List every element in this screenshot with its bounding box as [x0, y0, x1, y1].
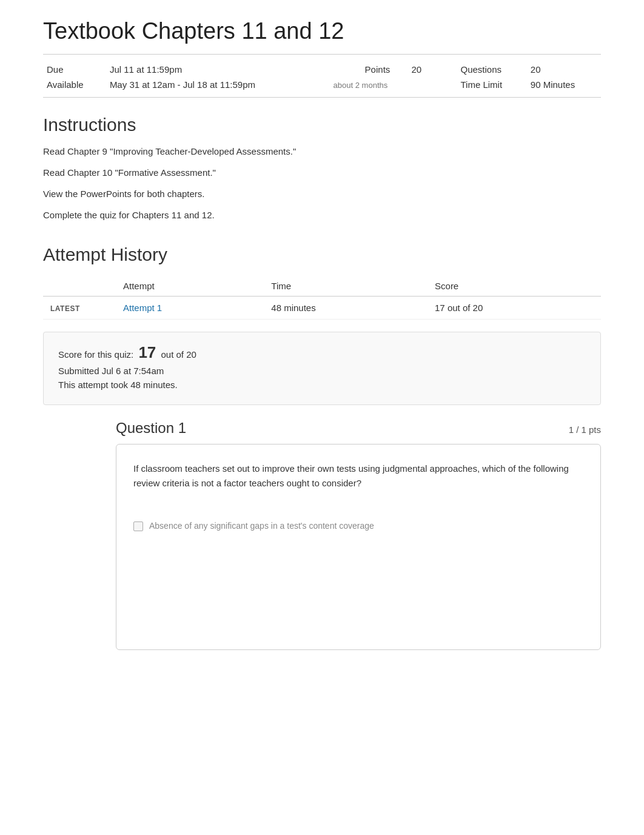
list-item: Read Chapter 10 "Formative Assessment."	[43, 167, 601, 178]
score-summary: Score for this quiz: 17 out of 20 Submit…	[43, 332, 601, 405]
col-attempt: Attempt	[116, 276, 264, 297]
attempt-table: Attempt Time Score LATEST Attempt 1 48 m…	[43, 276, 601, 320]
answer-option: Absence of any significant gaps in a tes…	[133, 515, 583, 531]
points-label: Points	[361, 62, 408, 77]
meta-divider	[43, 97, 601, 98]
list-item: View the PowerPoints for both chapters.	[43, 189, 601, 199]
score-number: 17	[138, 343, 156, 361]
meta-table: Due Jul 11 at 11:59pm Points 20 Question…	[43, 62, 601, 92]
question-text: If classroom teachers set out to improve…	[133, 461, 583, 491]
question-title: Question 1	[116, 420, 186, 437]
question-pts: 1 / 1 pts	[569, 424, 601, 435]
question-section: Question 1 1 / 1 pts If classroom teache…	[43, 420, 601, 650]
instructions-list: Read Chapter 9 "Improving Teacher-Develo…	[43, 146, 601, 220]
question-header: Question 1 1 / 1 pts	[116, 420, 601, 437]
score-line: Score for this quiz: 17 out of 20	[58, 343, 586, 362]
available-value: May 31 at 12am - Jul 18 at 11:59pm	[106, 77, 325, 92]
questions-value: 20	[527, 62, 601, 77]
points-value: 20	[408, 62, 432, 77]
col-score: Score	[428, 276, 601, 297]
answer-checkbox	[133, 521, 143, 531]
attempt-time-cell: 48 minutes	[264, 297, 428, 320]
list-item: Complete the quiz for Chapters 11 and 12…	[43, 210, 601, 220]
attempt-score-cell: 17 out of 20	[428, 297, 601, 320]
attempt-link[interactable]: Attempt 1	[123, 303, 162, 313]
available-label: Available	[43, 77, 106, 92]
table-row: LATEST Attempt 1 48 minutes 17 out of 20	[43, 297, 601, 320]
instructions-title: Instructions	[43, 115, 601, 135]
attempt-time-line: This attempt took 48 minutes.	[58, 380, 586, 390]
list-item: Read Chapter 9 "Improving Teacher-Develo…	[43, 146, 601, 156]
questions-label: Questions	[457, 62, 526, 77]
col-empty	[43, 276, 116, 297]
due-label: Due	[43, 62, 106, 77]
score-for-quiz-label: Score for this quiz:	[58, 349, 133, 360]
due-value: Jul 11 at 11:59pm	[106, 62, 325, 77]
time-limit-value: 90 Minutes	[527, 77, 601, 92]
about-months: about 2 months	[334, 81, 388, 90]
time-limit-label: Time Limit	[457, 77, 526, 92]
attempt-history-title: Attempt History	[43, 244, 601, 265]
attempt-history-section: Attempt History Attempt Time Score LATES…	[43, 244, 601, 320]
page-title: Textbook Chapters 11 and 12	[43, 18, 601, 44]
answer-text: Absence of any significant gaps in a tes…	[149, 521, 374, 531]
latest-badge: LATEST	[50, 304, 80, 313]
submitted-line: Submitted Jul 6 at 7:54am	[58, 366, 586, 376]
question-box: If classroom teachers set out to improve…	[116, 444, 601, 650]
title-divider	[43, 54, 601, 55]
score-out-of: out of 20	[161, 349, 196, 360]
col-time: Time	[264, 276, 428, 297]
